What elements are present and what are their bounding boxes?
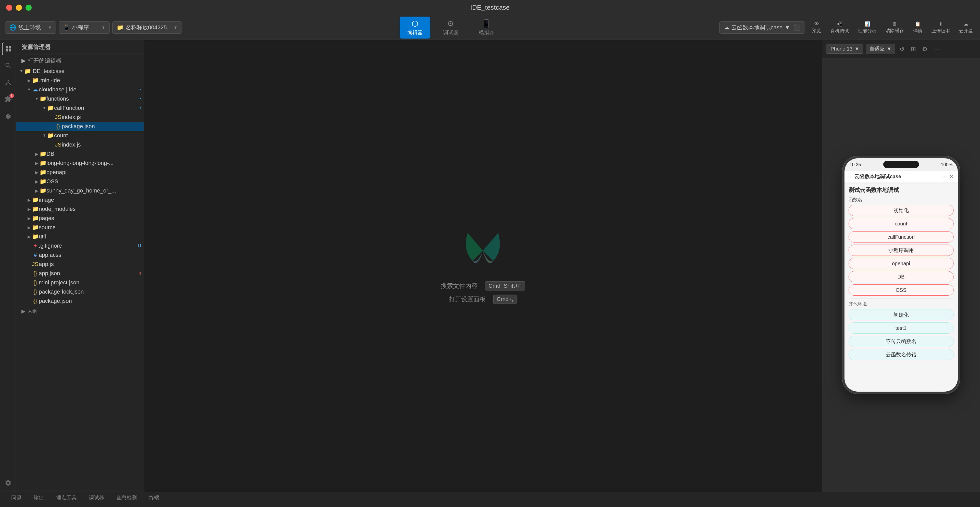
tab-issues[interactable]: 问题: [5, 492, 27, 504]
maximize-button[interactable]: [25, 5, 32, 11]
cloud-dev-label: 云开发: [959, 28, 973, 34]
performance-button[interactable]: 📊 性能分析: [856, 20, 878, 35]
tree-openapi[interactable]: ▶ 📁 openapi: [16, 168, 144, 177]
phone-btn-init[interactable]: 初始化: [849, 205, 954, 216]
tree-mini-ide[interactable]: ▶ 📁 .mini-ide: [16, 76, 144, 85]
clear-cache-button[interactable]: 🗑 清除缓存: [883, 20, 906, 35]
grid-view-button[interactable]: ⊞: [909, 44, 918, 54]
chevron-right-icon: ▶: [27, 78, 32, 83]
phone-btn-wrong-funcname-label: 云函数名传错: [886, 351, 916, 358]
tab-holographic[interactable]: 全息检测: [110, 492, 143, 504]
search-label: 搜索文件内容: [441, 282, 477, 290]
phone-btn-other-init[interactable]: 初始化: [849, 309, 954, 320]
home-icon: ⌂: [849, 174, 852, 179]
chevron-down-icon: ▼: [19, 69, 24, 73]
tree-packagelock[interactable]: {} package-lock.json: [16, 287, 144, 297]
tree-source[interactable]: ▶ 📁 source: [16, 223, 144, 232]
phone-btn-openapi[interactable]: openapi: [849, 258, 954, 269]
debugger-icon: ⚙: [447, 19, 454, 28]
real-debug-button[interactable]: 📲 真机调试: [829, 20, 851, 35]
phone-btn-wrong-funcname[interactable]: 云函数名传错: [849, 349, 954, 360]
tree-gitignore[interactable]: ✦ .gitignore U: [16, 241, 144, 250]
right-panel: iPhone 13 ▼ 自适应 ▼ ↺ ⊞ ⚙ ⋯ 10:25 100% ⌂: [822, 40, 980, 492]
device-selector[interactable]: iPhone 13 ▼: [826, 44, 863, 54]
folder-icon: 📁: [39, 96, 46, 102]
folder-icon: 📁: [32, 206, 39, 212]
bottom-panel: 问题 输出 埋点工具 调试器 全息检测 终端: [0, 492, 980, 507]
preview-button[interactable]: 👁 预览: [810, 20, 823, 35]
tree-appacss[interactable]: # app.acss: [16, 250, 144, 260]
debugger-button[interactable]: ⚙ 调试器: [435, 17, 466, 38]
devtools-button[interactable]: ⚙: [921, 44, 929, 54]
simulator-button[interactable]: 📱 模拟器: [471, 17, 502, 38]
chevron-right-icon: ▶: [27, 207, 32, 212]
more-button[interactable]: ⋯: [932, 44, 942, 54]
detail-button[interactable]: 📋 详情: [911, 20, 924, 35]
tab-debugger[interactable]: 调试器: [83, 492, 110, 504]
phone-btn-miniprogram[interactable]: 小程序调用: [849, 245, 954, 256]
json-file-icon: {}: [32, 289, 39, 295]
chevron-down-icon: ▼: [42, 106, 47, 110]
phone-btn-oss[interactable]: OSS: [849, 284, 954, 296]
tree-nodemodules[interactable]: ▶ 📁 node_modules: [16, 204, 144, 214]
tab-output[interactable]: 输出: [27, 492, 50, 504]
phone-btn-test1[interactable]: test1: [849, 322, 954, 334]
tree-callfunction-index[interactable]: JS index.js: [16, 113, 144, 122]
refresh-button[interactable]: ↺: [898, 44, 906, 54]
upload-button[interactable]: ⬆ 上传版本: [929, 20, 952, 35]
chevron-down-icon: ▼: [886, 46, 892, 52]
tree-count-index[interactable]: JS index.js: [16, 140, 144, 149]
phone-btn-init-label: 初始化: [894, 207, 909, 214]
settings-icon[interactable]: [2, 479, 14, 492]
phone-btn-callfunction[interactable]: callFunction: [849, 231, 954, 242]
close-button[interactable]: [6, 5, 12, 11]
tree-longname[interactable]: ▶ 📁 long-long-long-long-long-...: [16, 159, 144, 168]
explorer-icon[interactable]: [2, 42, 14, 55]
project-dropdown[interactable]: 📁 名称释放004225... ▼: [112, 21, 182, 34]
env-dropdown[interactable]: 🌐 线上环境 ▼: [5, 21, 56, 34]
outline-label: 大纲: [27, 308, 38, 314]
tab-terminal[interactable]: 终端: [143, 492, 165, 504]
zoom-selector[interactable]: 自适应 ▼: [866, 44, 895, 54]
appacss-label: app.acss: [39, 252, 144, 258]
open-editor-action[interactable]: ▶ 打开的编辑器: [16, 55, 144, 67]
tree-oss[interactable]: ▶ 📁 OSS: [16, 177, 144, 186]
git-icon[interactable]: [2, 76, 14, 89]
tree-count[interactable]: ▼ 📁 count: [16, 131, 144, 140]
tree-util[interactable]: ▶ 📁 util: [16, 232, 144, 241]
tree-functions[interactable]: ▼ 📁 functions •: [16, 94, 144, 104]
phone-btn-test1-label: test1: [896, 325, 907, 331]
search-icon[interactable]: [2, 59, 14, 72]
outline-section[interactable]: ▶ 大纲: [16, 306, 144, 317]
main-toolbar: 🌐 线上环境 ▼ 📱 小程序 ▼ 📁 名称释放004225... ▼ ⬡ 编辑器…: [0, 15, 980, 40]
tree-image[interactable]: ▶ 📁 image: [16, 195, 144, 204]
tree-callfunction-package[interactable]: {} package.json: [16, 122, 144, 131]
tree-packagejson[interactable]: {} package.json: [16, 297, 144, 306]
phone-btn-db-label: DB: [897, 274, 905, 280]
tree-appjs[interactable]: JS app.js: [16, 260, 144, 269]
tree-sunnyday[interactable]: ▶ 📁 sunny_day_go_home_or_...: [16, 186, 144, 195]
tab-burypoint[interactable]: 埋点工具: [50, 492, 83, 504]
tree-db[interactable]: ▶ 📁 DB: [16, 149, 144, 159]
editor-area: 搜索文件内容 Cmd+Shift+F 打开设置面板 Cmd+,: [144, 40, 822, 492]
phone-btn-no-funcname[interactable]: 不传云函数名: [849, 336, 954, 347]
editor-button[interactable]: ⬡ 编辑器: [400, 17, 430, 38]
phone-btn-count[interactable]: count: [849, 218, 954, 229]
miniprogram-dropdown[interactable]: 📱 小程序 ▼: [59, 21, 110, 34]
tree-callfunction[interactable]: ▼ 📁 callFunction •: [16, 104, 144, 113]
toolbar-right: ☁ 云函数本地调试case ▼ ⬛ 👁 预览 📲 真机调试 📊 性能分析 🗑 清…: [719, 20, 975, 35]
tree-miniproject[interactable]: {} mini.project.json: [16, 278, 144, 287]
debug-icon[interactable]: [2, 110, 14, 123]
chevron-right-icon: ▶: [34, 151, 39, 156]
minimize-button[interactable]: [16, 5, 22, 11]
cloud-dev-button[interactable]: ☁ 云开发: [957, 20, 975, 35]
tree-appjson[interactable]: {} app.json 4: [16, 269, 144, 278]
cloud-test-dropdown[interactable]: ☁ 云函数本地调试case ▼ ⬛: [719, 21, 805, 34]
tree-pages[interactable]: ▶ 📁 pages: [16, 214, 144, 223]
tree-cloudbase[interactable]: ▼ ☁ cloudbase | ide •: [16, 85, 144, 94]
tree-project-root[interactable]: ▼ 📁 IDE_testcase: [16, 67, 144, 76]
phone-btn-db[interactable]: DB: [849, 271, 954, 282]
extensions-icon[interactable]: 1: [2, 93, 14, 106]
clear-cache-icon: 🗑: [892, 21, 897, 27]
chevron-right-icon: ▶: [21, 308, 25, 314]
